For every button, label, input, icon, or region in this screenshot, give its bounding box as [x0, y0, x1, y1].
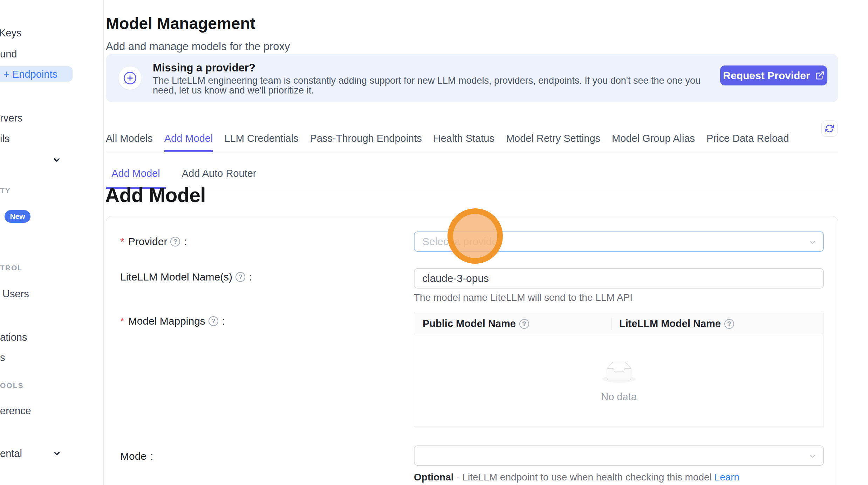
model-name-label-text: LiteLLM Model Name(s) [120, 271, 232, 283]
model-mappings-label: * Model Mappings ? : [120, 315, 225, 327]
required-marker: * [120, 236, 124, 248]
no-data-text: No data [414, 391, 823, 403]
label-colon: : [222, 315, 225, 327]
sidebar-item-teams[interactable]: s [0, 352, 5, 363]
tab-llm-credentials[interactable]: LLM Credentials [224, 125, 298, 152]
plus-circle-icon [118, 67, 142, 90]
refresh-icon [825, 124, 834, 133]
tab-bar: All Models Add Model LLM Credentials Pas… [106, 125, 838, 152]
provider-select[interactable]: Select a provider [414, 231, 824, 252]
model-management-page: Keys und + Endpoints rvers ils TY New TR… [0, 0, 868, 485]
external-link-icon [815, 71, 825, 80]
mode-label: Mode : [120, 450, 153, 462]
sidebar-section-label: OOLS [0, 381, 24, 390]
help-icon[interactable]: ? [170, 237, 180, 247]
sidebar-item-guardrails[interactable]: ils [0, 133, 9, 145]
tab-pass-through-endpoints[interactable]: Pass-Through Endpoints [310, 125, 422, 152]
sidebar-item-organizations[interactable]: ations [0, 332, 27, 343]
chevron-down-icon[interactable] [52, 155, 61, 166]
banner-description: The LiteLLM engineering team is constant… [153, 76, 720, 95]
model-name-label: LiteLLM Model Name(s) ? : [120, 271, 252, 283]
mode-helper-prefix: Optional [414, 472, 454, 483]
model-mappings-table: Public Model Name ? LiteLLM Model Name ?… [414, 312, 824, 427]
mode-helper-text: - LiteLLM endpoint to use when health ch… [456, 472, 711, 483]
learn-link[interactable]: Learn [715, 472, 740, 483]
request-provider-label: Request Provider [723, 70, 810, 82]
refresh-button[interactable] [821, 120, 838, 137]
column-litellm-model-name: LiteLLM Model Name ? [619, 312, 734, 335]
label-colon: : [184, 236, 187, 248]
tab-model-retry-settings[interactable]: Model Retry Settings [506, 125, 600, 152]
empty-state-icon [414, 361, 823, 384]
label-colon: : [249, 271, 252, 283]
tab-add-model[interactable]: Add Model [164, 125, 213, 152]
subtab-bar: Add Model Add Auto Router [106, 158, 838, 189]
page-subtitle: Add and manage models for the proxy [106, 40, 290, 53]
tab-price-data-reload[interactable]: Price Data Reload [706, 125, 789, 152]
section-heading: Add Model [105, 183, 206, 207]
column-label: LiteLLM Model Name [619, 318, 721, 330]
sidebar-section-label: TROL [0, 264, 23, 272]
mode-helper: Optional - LiteLLM endpoint to use when … [414, 472, 739, 483]
sidebar: Keys und + Endpoints rvers ils TY New TR… [0, 0, 104, 485]
provider-label: * Provider ? : [120, 236, 187, 248]
sidebar-item-keys[interactable]: Keys [0, 27, 21, 39]
help-icon[interactable]: ? [724, 319, 734, 329]
sidebar-item-api-reference[interactable]: erence [0, 405, 31, 417]
help-icon[interactable]: ? [209, 316, 218, 326]
sidebar-item-models-endpoints-label[interactable]: + Endpoints [4, 69, 57, 80]
model-mappings-label-text: Model Mappings [128, 315, 205, 327]
add-model-card: * Provider ? : Select a provider LiteLLM… [106, 216, 838, 485]
provider-label-text: Provider [128, 236, 168, 248]
sidebar-item-users[interactable]: Users [2, 288, 29, 300]
required-marker: * [120, 315, 124, 327]
chevron-down-icon[interactable] [52, 449, 61, 459]
model-name-helper: The model name LiteLLM will send to the … [414, 292, 633, 303]
mode-label-text: Mode [120, 450, 146, 462]
new-badge[interactable]: New [5, 210, 30, 223]
sidebar-item-playground[interactable]: und [0, 48, 17, 60]
sidebar-item-experimental[interactable]: ental [0, 448, 22, 459]
model-name-input[interactable] [414, 268, 824, 289]
column-label: Public Model Name [423, 318, 516, 330]
mode-select[interactable] [414, 445, 824, 466]
tab-model-group-alias[interactable]: Model Group Alias [612, 125, 695, 152]
chevron-down-icon [808, 238, 817, 248]
help-icon[interactable]: ? [519, 319, 529, 329]
provider-select-placeholder: Select a provider [422, 236, 501, 248]
label-colon: : [150, 450, 153, 462]
request-provider-button[interactable]: Request Provider [720, 65, 827, 85]
sidebar-section-label: TY [0, 186, 11, 195]
help-icon[interactable]: ? [235, 272, 245, 282]
column-divider [611, 318, 612, 330]
tab-health-status[interactable]: Health Status [433, 125, 494, 152]
tab-all-models[interactable]: All Models [106, 125, 153, 152]
banner-title: Missing a provider? [153, 62, 255, 74]
page-title: Model Management [106, 14, 255, 33]
column-public-model-name: Public Model Name ? [423, 312, 529, 335]
sidebar-item-mcp-servers[interactable]: rvers [0, 112, 22, 124]
chevron-down-icon [808, 452, 817, 462]
